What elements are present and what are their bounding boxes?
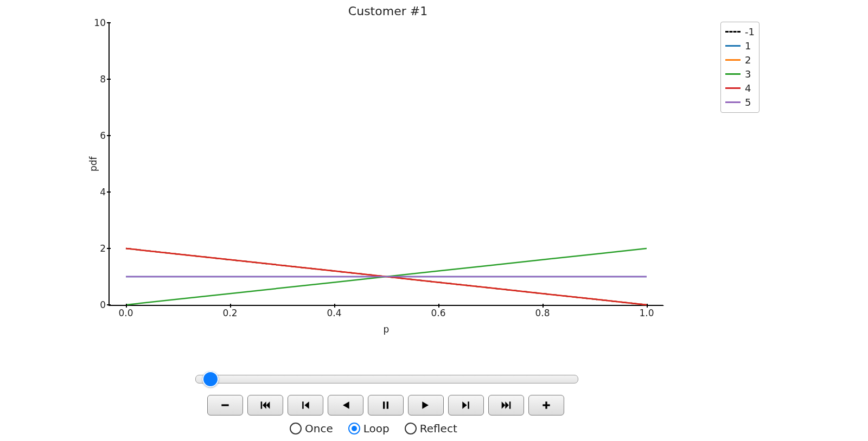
last-frame-button[interactable]: [488, 395, 524, 416]
slider-track[interactable]: [195, 375, 578, 384]
x-tick: 1.0: [630, 308, 663, 318]
legend-entry: 3: [725, 67, 755, 81]
legend-label: 2: [745, 54, 751, 66]
animation-slider[interactable]: [195, 370, 578, 388]
pause-icon: [378, 400, 393, 411]
x-tick: 0.4: [318, 308, 350, 318]
svg-rect-0: [221, 404, 228, 406]
skip-last-icon: [499, 400, 514, 411]
chart-title: Customer #1: [0, 4, 776, 18]
svg-rect-1: [261, 401, 263, 408]
legend-entry: 1: [725, 39, 755, 53]
radio-label: Reflect: [420, 422, 457, 435]
svg-rect-2: [302, 401, 304, 408]
skip-first-icon: [258, 400, 273, 411]
step-forward-icon: [458, 400, 474, 411]
y-axis-label: pdf: [88, 23, 99, 305]
chart-area: Customer #1 0 2 4 6 8 10 pdf 0.0 0.2 0.4…: [0, 0, 776, 347]
legend-swatch: [725, 101, 741, 103]
plot-axes: 0 2 4 6 8 10 pdf 0.0 0.2 0.4 0.6 0.8 1.0…: [108, 22, 664, 306]
x-tick: 0.2: [214, 308, 246, 318]
plus-icon: [539, 400, 554, 411]
play-button[interactable]: [408, 395, 444, 416]
legend-label: 3: [745, 68, 751, 80]
legend: -1 1 2 3 4 5: [720, 22, 760, 113]
x-axis-label: p: [110, 324, 663, 335]
radio-icon: [290, 423, 302, 434]
radio-label: Once: [305, 422, 333, 435]
legend-label: 5: [745, 97, 751, 108]
svg-rect-8: [545, 401, 547, 408]
legend-swatch: [725, 73, 741, 75]
plot-svg: [110, 23, 663, 305]
legend-swatch: [725, 45, 741, 47]
speed-up-button[interactable]: [528, 395, 564, 416]
x-tick: 0.6: [422, 308, 455, 318]
legend-label: 1: [745, 40, 751, 52]
legend-entry: 4: [725, 81, 755, 95]
legend-label: 4: [745, 82, 751, 94]
x-tick: 0.0: [110, 308, 142, 318]
reverse-play-button[interactable]: [328, 395, 363, 416]
radio-icon: [405, 423, 417, 434]
radio-icon: [348, 423, 360, 434]
animation-button-row: [207, 395, 564, 416]
mode-reflect[interactable]: Reflect: [405, 422, 457, 435]
minus-icon: [218, 400, 233, 411]
legend-swatch: [725, 31, 741, 33]
legend-entry: 5: [725, 95, 755, 109]
svg-rect-5: [468, 401, 469, 408]
first-frame-button[interactable]: [247, 395, 283, 416]
svg-rect-6: [509, 401, 511, 408]
next-frame-button[interactable]: [448, 395, 484, 416]
x-tick: 0.8: [526, 308, 559, 318]
svg-rect-3: [383, 401, 385, 408]
legend-swatch: [725, 59, 741, 61]
prev-frame-button[interactable]: [288, 395, 323, 416]
legend-entry: -1: [725, 24, 755, 39]
pause-button[interactable]: [368, 395, 404, 416]
animation-mode-row: Once Loop Reflect: [290, 422, 457, 435]
svg-rect-4: [387, 401, 388, 408]
legend-label: -1: [745, 26, 755, 37]
step-back-icon: [298, 400, 313, 411]
mode-loop[interactable]: Loop: [348, 422, 390, 435]
play-icon: [418, 400, 433, 411]
legend-swatch: [725, 87, 741, 89]
mode-once[interactable]: Once: [290, 422, 333, 435]
radio-label: Loop: [363, 422, 390, 435]
speed-down-button[interactable]: [207, 395, 243, 416]
reverse-play-icon: [338, 400, 353, 411]
legend-entry: 2: [725, 53, 755, 67]
slider-thumb[interactable]: [202, 371, 219, 387]
